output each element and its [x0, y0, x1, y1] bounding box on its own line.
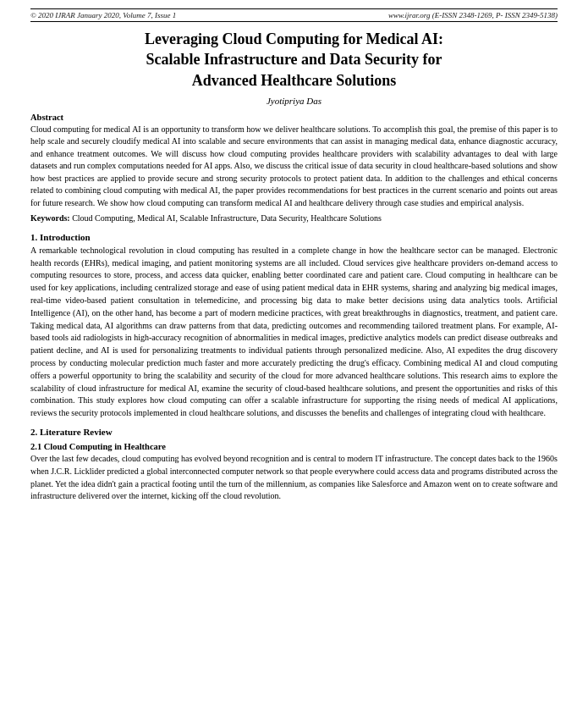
- section-1-heading: 1. Introduction: [30, 232, 558, 242]
- page: © 2020 IJRAR January 2020, Volume 7, Iss…: [0, 0, 588, 712]
- subsection-2-1-heading: 2.1 Cloud Computing in Healthcare: [30, 442, 558, 451]
- header-bar: © 2020 IJRAR January 2020, Volume 7, Iss…: [30, 8, 558, 22]
- header-right: www.ijrar.org (E-ISSN 2348-1269, P- ISSN…: [388, 11, 558, 19]
- section-1-text: A remarkable technological revolution in…: [30, 245, 558, 420]
- abstract-text: Cloud computing for medical AI is an opp…: [30, 124, 558, 210]
- header-left: © 2020 IJRAR January 2020, Volume 7, Iss…: [30, 11, 176, 19]
- section-2-heading: 2. Literature Review: [30, 427, 558, 437]
- paper-title: Leveraging Cloud Computing for Medical A…: [30, 29, 558, 91]
- author: Jyotipriya Das: [30, 96, 558, 106]
- keywords-line: Keywords: Cloud Computing, Medical AI, S…: [30, 212, 558, 225]
- subsection-2-1-text: Over the last few decades, cloud computi…: [30, 453, 558, 503]
- abstract-label: Abstract: [30, 113, 558, 122]
- keywords-label: Keywords:: [30, 213, 70, 223]
- keywords-text: Cloud Computing, Medical AI, Scalable In…: [72, 213, 382, 223]
